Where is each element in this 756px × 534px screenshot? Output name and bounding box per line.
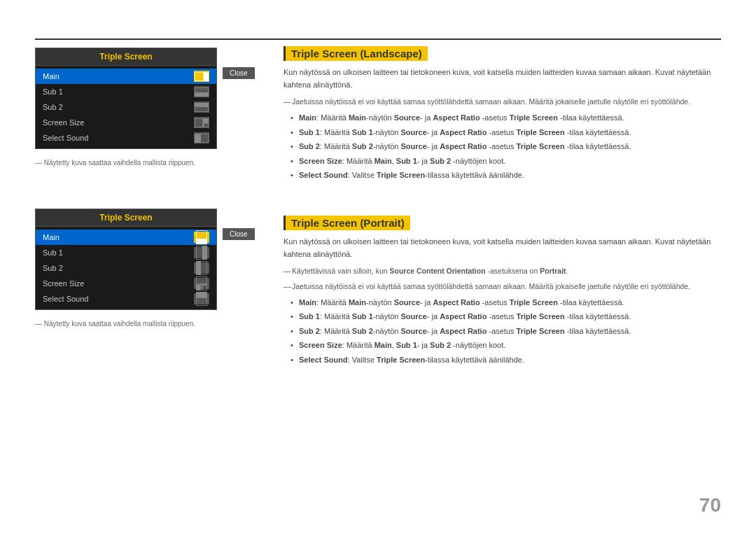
section2-desc: Kun näytössä on ulkoisen laitteen tai ti… — [284, 236, 721, 260]
menu-row-selectsound-2[interactable]: Select Sound — [36, 291, 216, 307]
section2-bullet-4: Screen Size: Määritä Main, Sub 1- ja Sub… — [290, 339, 721, 352]
svg-rect-14 — [202, 246, 207, 260]
svg-rect-1 — [204, 72, 209, 81]
section2-text: Triple Screen (Portrait) Kun näytössä on… — [284, 217, 721, 367]
page-number: 70 — [699, 494, 721, 517]
menu-label-screensize-2: Screen Size — [43, 279, 194, 288]
right-content: Triple Screen (Landscape) Kun näytössä o… — [284, 48, 721, 388]
section2-bullets: Main: Määritä Main-näytön Source- ja Asp… — [284, 297, 721, 367]
section1-panel-title: Triple Screen — [36, 48, 216, 66]
menu-icon-sub2-1 — [194, 101, 209, 113]
section2-menu-panel: Triple Screen Main Sub 1 — [35, 209, 217, 310]
menu-row-screensize-1[interactable]: Screen Size — [36, 115, 216, 130]
menu-icon-sub1-1 — [194, 86, 209, 97]
svg-rect-17 — [196, 276, 207, 284]
close-btn-2[interactable]: Close — [223, 228, 255, 240]
section2-bullet-3: Sub 2: Määritä Sub 2-näytön Source- ja A… — [290, 325, 721, 338]
section1-title: Triple Screen (Landscape) — [284, 46, 428, 61]
svg-rect-6 — [195, 118, 203, 127]
menu-icon-selectsound-1 — [194, 132, 209, 143]
section2-footnote: Näytetty kuva saattaa vaihdella mallista… — [35, 320, 259, 328]
section1-desc: Kun näytössä on ulkoisen laitteen tai ti… — [284, 66, 721, 91]
menu-icon-main-1 — [194, 71, 209, 82]
section1-bullet-2: Sub 1: Määritä Sub 1-näytön Source- ja A… — [290, 127, 721, 139]
top-line — [35, 38, 721, 40]
svg-rect-16 — [196, 261, 201, 275]
menu-icon-screensize-2 — [194, 278, 209, 289]
section2-menu-inner: Main Sub 1 — [36, 227, 216, 309]
section2-note2: Jaetuissa näytöissä ei voi käyttää samaa… — [284, 281, 721, 293]
menu-row-main-2[interactable]: Main — [36, 230, 216, 245]
section1-bullet-3: Sub 2: Määritä Sub 2-näytön Source- ja A… — [290, 141, 721, 153]
svg-rect-8 — [204, 123, 209, 127]
section2-bullet-1: Main: Määritä Main-näytön Source- ja Asp… — [290, 297, 721, 309]
section2-panel-title: Triple Screen — [36, 209, 216, 227]
svg-rect-3 — [195, 92, 209, 97]
menu-label-main-1: Main — [43, 72, 194, 80]
section2-panel-wrap: Triple Screen Main Sub 1 — [35, 209, 259, 328]
svg-rect-10 — [195, 134, 201, 143]
svg-rect-12 — [196, 239, 207, 244]
menu-label-screensize-1: Screen Size — [43, 118, 194, 127]
menu-icon-sub2-2 — [194, 262, 209, 274]
menu-label-sub1-1: Sub 1 — [43, 87, 194, 96]
section1-bullet-1: Main: Määritä Main-näytön Source- ja Asp… — [290, 112, 721, 125]
menu-label-sub2-1: Sub 2 — [43, 103, 194, 111]
section2-title-wrap: Triple Screen (Portrait) — [284, 217, 721, 229]
section1-bullet-5: Select Sound: Valitse Triple Screen-tila… — [290, 169, 721, 182]
menu-label-selectsound-2: Select Sound — [43, 295, 194, 303]
section2-note1: Käytettävissä vain silloin, kun Source C… — [284, 266, 721, 277]
menu-label-sub1-2: Sub 1 — [43, 248, 194, 257]
page-container: Triple Screen Main Sub 1 — [0, 0, 756, 534]
panels-column: Triple Screen Main Sub 1 — [35, 48, 259, 388]
section2-bullet-5: Select Sound: Valitse Triple Screen-tila… — [290, 354, 721, 367]
section1-note1: Jaetuissa näytöissä ei voi käyttää samaa… — [284, 97, 721, 108]
close-btn-1[interactable]: Close — [223, 67, 255, 79]
section1-text: Triple Screen (Landscape) Kun näytössä o… — [284, 48, 721, 182]
section1-menu-panel: Triple Screen Main Sub 1 — [35, 48, 217, 149]
section2-bullet-2: Sub 1: Määritä Sub 1-näytön Source- ja A… — [290, 311, 721, 323]
svg-rect-19 — [202, 285, 207, 290]
menu-icon-main-2 — [194, 232, 209, 243]
svg-rect-7 — [204, 118, 209, 122]
section1-footnote: Näytetty kuva saattaa vaihdella mallista… — [35, 159, 259, 167]
section1-title-wrap: Triple Screen (Landscape) — [284, 48, 721, 59]
menu-label-sub2-2: Sub 2 — [43, 264, 194, 272]
svg-rect-18 — [196, 285, 201, 290]
menu-row-screensize-2[interactable]: Screen Size — [36, 276, 216, 291]
section1-bullet-4: Screen Size: Määritä Main, Sub 1- ja Sub… — [290, 155, 721, 168]
section2-title: Triple Screen (Portrait) — [284, 216, 410, 230]
menu-row-selectsound-1[interactable]: Select Sound — [36, 130, 216, 146]
menu-icon-selectsound-2 — [194, 293, 209, 304]
svg-rect-5 — [195, 103, 209, 107]
section1-panel-wrap: Triple Screen Main Sub 1 — [35, 48, 259, 167]
section1-menu-inner: Main Sub 1 — [36, 66, 216, 148]
menu-row-sub1-2[interactable]: Sub 1 — [36, 245, 216, 260]
menu-row-sub1-1[interactable]: Sub 1 — [36, 84, 216, 99]
menu-label-selectsound-1: Select Sound — [43, 134, 194, 142]
menu-row-sub2-1[interactable]: Sub 2 — [36, 99, 216, 115]
menu-icon-screensize-1 — [194, 117, 209, 128]
section1-bullets: Main: Määritä Main-näytön Source- ja Asp… — [284, 112, 721, 182]
svg-rect-0 — [195, 72, 204, 81]
menu-row-sub2-2[interactable]: Sub 2 — [36, 260, 216, 276]
menu-label-main-2: Main — [43, 233, 194, 241]
menu-icon-sub1-2 — [194, 247, 209, 258]
svg-rect-21 — [196, 292, 207, 298]
menu-row-main-1[interactable]: Main — [36, 69, 216, 84]
